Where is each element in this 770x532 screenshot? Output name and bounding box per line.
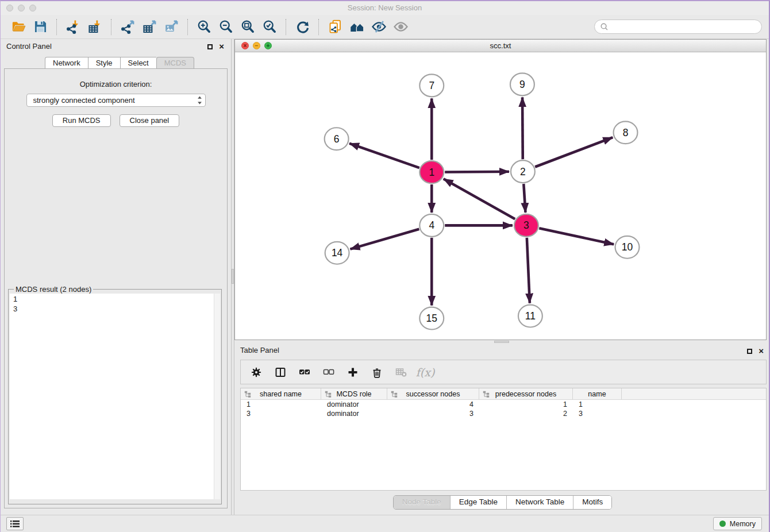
- edge-3-11[interactable]: [527, 238, 530, 303]
- cell-shared-name[interactable]: 1: [241, 400, 321, 408]
- deselect-all-checkboxes-icon[interactable]: [322, 366, 335, 379]
- cell-successor-nodes[interactable]: 3: [387, 410, 479, 418]
- node-10[interactable]: 10: [615, 236, 640, 259]
- tab-edge-table[interactable]: Edge Table: [451, 496, 507, 509]
- network-minimize-button[interactable]: −: [253, 42, 260, 49]
- edge-2-9[interactable]: [522, 97, 523, 159]
- node-8[interactable]: 8: [614, 121, 638, 144]
- table-row[interactable]: 3dominator323: [241, 409, 766, 418]
- cell-mcds-role[interactable]: dominator: [321, 400, 387, 408]
- delete-column-icon[interactable]: [371, 366, 383, 379]
- column-header-shared-name[interactable]: shared name: [241, 388, 321, 399]
- cell-predecessor-nodes[interactable]: 2: [479, 410, 573, 418]
- close-panel-button[interactable]: Close panel: [120, 114, 180, 127]
- edge-1-6[interactable]: [349, 144, 419, 168]
- node-11[interactable]: 11: [518, 305, 542, 327]
- column-header-name[interactable]: name: [573, 388, 622, 399]
- show-details-icon[interactable]: [390, 17, 411, 37]
- search-input[interactable]: [611, 22, 756, 32]
- select-all-checkboxes-icon[interactable]: [298, 366, 311, 379]
- tab-node-table[interactable]: Node Table: [394, 496, 451, 509]
- zoom-out-icon[interactable]: [215, 17, 237, 37]
- export-network-icon[interactable]: [117, 17, 138, 37]
- table-body: 1dominator4113dominator323: [241, 400, 766, 418]
- svg-text:9: 9: [519, 79, 525, 90]
- cell-successor-nodes[interactable]: 4: [387, 400, 479, 408]
- close-panel-icon[interactable]: ×: [759, 348, 764, 354]
- svg-text:6: 6: [334, 133, 340, 145]
- edge-2-3[interactable]: [523, 184, 525, 213]
- edge-1-2[interactable]: [445, 172, 509, 172]
- zoom-in-icon[interactable]: [193, 17, 215, 37]
- table-row[interactable]: 1dominator411: [241, 400, 766, 409]
- import-table-icon[interactable]: [84, 17, 106, 37]
- edge-3-1[interactable]: [444, 179, 515, 219]
- delete-table-icon[interactable]: [395, 366, 407, 379]
- zoom-selected-icon[interactable]: [259, 17, 280, 37]
- optimization-select[interactable]: strongly connected component: [26, 94, 206, 107]
- cell-predecessor-nodes[interactable]: 1: [479, 400, 573, 408]
- node-14[interactable]: 14: [325, 242, 349, 264]
- app-window: Session: New Session Control Panel: [0, 0, 770, 532]
- network-canvas[interactable]: 7968124314101511: [235, 52, 766, 340]
- edge-3-10[interactable]: [539, 228, 614, 244]
- minimize-window-button[interactable]: [18, 5, 25, 11]
- node-9[interactable]: 9: [510, 73, 534, 95]
- svg-text:3: 3: [523, 219, 529, 231]
- node-6[interactable]: 6: [325, 128, 349, 150]
- run-mcds-button[interactable]: Run MCDS: [52, 114, 111, 127]
- mcds-result-list: 13: [10, 294, 220, 499]
- node-3[interactable]: 3: [514, 214, 538, 237]
- clone-network-icon[interactable]: [324, 17, 346, 37]
- tab-network-table[interactable]: Network Table: [507, 496, 573, 509]
- cell-shared-name[interactable]: 3: [241, 410, 321, 418]
- scrollbar-track[interactable]: [214, 294, 220, 499]
- node-7[interactable]: 7: [419, 74, 444, 97]
- column-header-predecessor-nodes[interactable]: predecessor nodes: [479, 388, 573, 399]
- cell-mcds-role[interactable]: dominator: [321, 410, 387, 418]
- zoom-window-button[interactable]: [29, 5, 36, 11]
- node-4[interactable]: 4: [419, 214, 444, 237]
- svg-text:10: 10: [622, 241, 633, 253]
- zoom-fit-icon[interactable]: [237, 17, 259, 37]
- memory-button[interactable]: Memory: [713, 517, 762, 530]
- export-table-icon[interactable]: [138, 17, 160, 37]
- edge-4-14[interactable]: [350, 229, 419, 249]
- node-1[interactable]: 1: [419, 161, 444, 183]
- network-zoom-button[interactable]: +: [264, 42, 272, 49]
- tab-network[interactable]: Network: [45, 57, 88, 69]
- tab-style[interactable]: Style: [88, 57, 120, 69]
- settings-icon[interactable]: [250, 366, 263, 379]
- split-columns-icon[interactable]: [274, 366, 287, 379]
- float-panel-icon[interactable]: [207, 44, 213, 49]
- cell-name[interactable]: 3: [573, 410, 622, 418]
- splitter-grip[interactable]: [232, 269, 234, 284]
- node-2[interactable]: 2: [511, 160, 535, 183]
- network-close-button[interactable]: ×: [241, 42, 249, 49]
- float-panel-icon[interactable]: [747, 349, 752, 354]
- task-history-button[interactable]: [6, 517, 24, 530]
- apply-function-icon[interactable]: f(x): [419, 366, 432, 379]
- toolbar-separator: [56, 19, 57, 35]
- refresh-view-icon[interactable]: [291, 17, 313, 37]
- tab-motifs[interactable]: Motifs: [573, 496, 611, 509]
- cell-name[interactable]: 1: [573, 400, 622, 408]
- close-panel-icon[interactable]: ×: [219, 44, 224, 49]
- hide-unselected-icon[interactable]: [368, 17, 390, 37]
- close-window-button[interactable]: [6, 5, 13, 11]
- import-network-icon[interactable]: [62, 17, 84, 37]
- tab-select[interactable]: Select: [120, 57, 156, 69]
- export-image-icon[interactable]: [160, 17, 182, 37]
- column-header-successor-nodes[interactable]: successor nodes: [387, 388, 479, 399]
- open-file-icon[interactable]: [7, 17, 29, 37]
- svg-text:1: 1: [429, 167, 434, 178]
- table-panel-header: Table Panel ×: [234, 344, 770, 357]
- edge-2-8[interactable]: [535, 137, 613, 167]
- home-view-icon[interactable]: [346, 17, 368, 37]
- add-column-icon[interactable]: [346, 366, 359, 379]
- save-session-icon[interactable]: [29, 17, 51, 37]
- node-15[interactable]: 15: [419, 307, 444, 330]
- column-header-mcds-role[interactable]: MCDS role: [321, 388, 387, 399]
- splitter-grip[interactable]: [494, 341, 509, 343]
- tab-mcds[interactable]: MCDS: [156, 57, 194, 69]
